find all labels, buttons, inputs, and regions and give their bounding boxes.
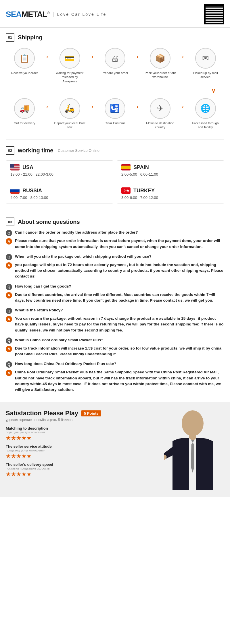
country-usa: USA 18:00 - 21:00 22:00-3:00	[6, 160, 113, 180]
arrow-1: ›	[46, 48, 48, 60]
q-badge-4: Q	[6, 308, 12, 314]
faq-q-3: Q How long can I get the goods?	[6, 284, 224, 290]
receive-label: Receive your order	[11, 71, 38, 75]
pack-icon: 📦	[150, 48, 170, 69]
faq-section-title: About some questions	[18, 219, 80, 225]
flow-item-depart: 🛵 Depart your local Post offic	[54, 98, 86, 129]
arrow-2: ›	[91, 48, 93, 60]
turkey-time: 3:00-6:00 7:00-12:00	[121, 195, 220, 200]
faq-question-1: Can I cancel the order or modify the add…	[15, 230, 138, 235]
flow-item-receive: 📋 Receive your order	[9, 48, 40, 75]
faq-question-3: How long can I get the goods?	[15, 284, 71, 289]
working-section-header: 02 working time Customer Service Online	[0, 141, 230, 158]
faq-section-num: 03	[6, 218, 14, 226]
prepare-label: Prepare your order	[102, 71, 128, 75]
shipping-flow: 📋 Receive your order › 💳 waiting for pay…	[0, 45, 230, 138]
points-badge: 5 Points	[81, 410, 101, 416]
sort-label: Processed through sort facility	[190, 121, 221, 129]
payment-label: waiting for payment released by Aliexpre…	[54, 71, 86, 83]
payment-icon: 💳	[60, 48, 80, 69]
faq-answer-5: Due to track information will increase 1…	[15, 346, 224, 357]
outdelivery-icon: 🚚	[14, 98, 35, 119]
flow-item-prepare: 🖨 Prepare your order	[99, 48, 131, 75]
flown-icon: ✈	[150, 98, 170, 119]
rating-stars-2: ★★★★★	[6, 453, 155, 459]
flow-item-customs: 🛂 Clear Customs	[99, 98, 131, 125]
working-section-num: 02	[6, 146, 14, 155]
faq-question-5: What is China Post ordinary Small Packet…	[15, 337, 103, 343]
faq-question-4: What is the return Policy?	[15, 307, 63, 313]
faq-q-4: Q What is the return Policy?	[6, 307, 224, 314]
faq-a-4: A You can return the package, without re…	[6, 316, 224, 333]
flow-item-pickup: ✉ Picked up by mail service	[190, 48, 221, 79]
usa-name: USA	[22, 164, 33, 170]
pickup-icon: ✉	[195, 48, 216, 69]
rating-stars-1: ★★★★★	[6, 434, 155, 441]
header: SEAMETAL® Love Car Love Life	[0, 0, 230, 28]
divider-1	[6, 139, 224, 139]
faq-answer-1: Please make sure that your order informa…	[15, 238, 224, 250]
arrow-8: ‹	[182, 98, 184, 110]
satisfaction-subtitle: удовлетворение просьба играть 5 баллов	[6, 418, 155, 422]
logo-reg: ®	[47, 11, 49, 15]
faq-answer-6: China Post Oridinary Small Packet Plus h…	[15, 369, 224, 393]
faq-a-6: A China Post Oridinary Small Packet Plus…	[6, 369, 224, 393]
logo-sea: SEA	[6, 10, 22, 19]
flow-item-flown: ✈ Flown to destination country	[144, 98, 176, 129]
arrow-3: ›	[137, 48, 139, 60]
shipping-section-header: 01 Shipping	[0, 28, 230, 45]
faq-item-6: Q How long does China Post Oridinary Pac…	[6, 361, 224, 393]
faq-a-1: A Please make sure that your order infor…	[6, 238, 224, 250]
qr-code	[204, 4, 224, 24]
logo-area: SEAMETAL® Love Car Love Life	[6, 10, 106, 19]
pack-label: Pack your order at out warehouse	[144, 71, 176, 79]
turkey-flag: ☽★	[121, 187, 131, 194]
qr-inner	[206, 6, 223, 23]
a-badge-6: A	[6, 370, 12, 376]
receive-icon: 📋	[14, 48, 35, 69]
usa-flag	[10, 164, 20, 170]
rating-item-2: The seller service attitude продавец усл…	[6, 444, 155, 459]
satisfaction-section: Satisfaction Please Play 5 Points удовле…	[0, 402, 230, 497]
turkey-name: TURKEY	[133, 188, 155, 194]
rating-stars-3: ★★★★★	[6, 471, 155, 478]
spain-time: 2:00-5:00 6:00-11:00	[121, 172, 220, 176]
q-badge-6: Q	[6, 361, 12, 368]
svg-rect-1	[189, 434, 196, 440]
countries-grid: USA 18:00 - 21:00 22:00-3:00 SPAIN 2:00-…	[6, 160, 224, 203]
a-badge-4: A	[6, 316, 12, 322]
q-badge-3: Q	[6, 284, 12, 290]
flow-item-outdelivery: 🚚 Out for delivery	[9, 98, 40, 125]
rating-sub-2: продавец услуг отношения	[6, 449, 155, 452]
shipping-section-title: Shipping	[18, 34, 43, 41]
q-badge-5: Q	[6, 337, 12, 344]
faq-q-2: Q When will you ship the package out, wh…	[6, 254, 224, 260]
faq-answer-2: you package will ship out in 72 hours af…	[15, 262, 224, 280]
svg-point-0	[182, 410, 204, 436]
faq-question-6: How long does China Post Oridinary Packe…	[15, 361, 116, 367]
rating-item-3: The seller's delivery speed поставка про…	[6, 462, 155, 478]
customs-label: Clear Customs	[105, 121, 126, 125]
divider-2	[6, 211, 224, 211]
sort-icon: 🌐	[195, 98, 216, 119]
faq-section-header: 03 About some questions	[0, 212, 230, 230]
satisfaction-left: Satisfaction Please Play 5 Points удовле…	[6, 410, 155, 490]
faq-question-2: When will you ship the package out, whic…	[15, 254, 152, 259]
rating-sub-3: поставка продавцом скорость	[6, 467, 155, 470]
rating-item-1: Matching to description подходящие для о…	[6, 426, 155, 441]
arrow-4: ›	[182, 48, 184, 60]
faq-answer-4: You can return the package, without reas…	[15, 316, 224, 333]
satisfaction-title-text: Satisfaction Please Play	[6, 410, 78, 417]
pickup-label: Picked up by mail service	[190, 71, 221, 79]
spain-name: SPAIN	[133, 164, 149, 170]
faq-item-1: Q Can I cancel the order or modify the a…	[6, 230, 224, 250]
spain-header: SPAIN	[121, 164, 220, 170]
faq-a-3: A Due to different countries, the arriva…	[6, 292, 224, 304]
a-badge-1: A	[6, 238, 12, 245]
faq-item-4: Q What is the return Policy? A You can r…	[6, 307, 224, 333]
turkey-header: ☽★ TURKEY	[121, 187, 220, 194]
faq-a-5: A Due to track information will increase…	[6, 346, 224, 357]
logo-metal: METAL	[22, 10, 47, 19]
faq-answer-3: Due to different countries, the arrival …	[15, 292, 224, 304]
working-section-subtitle: Customer Service Online	[58, 148, 99, 153]
